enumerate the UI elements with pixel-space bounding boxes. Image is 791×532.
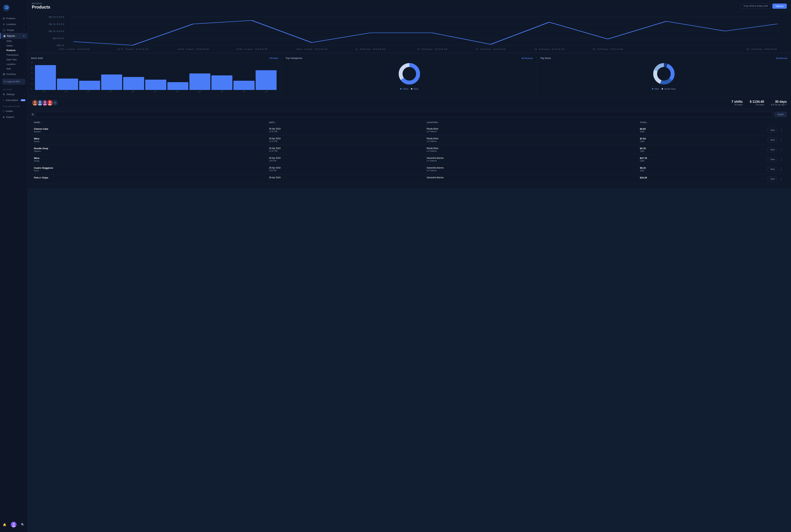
more-button[interactable]: ⋮ <box>779 176 784 182</box>
items-legend: Wine Noodle Soup <box>652 88 676 90</box>
cell-date: 30 Apr 2019 12:37 PM <box>267 126 424 135</box>
svg-text:1 May 2019: 1 May 2019 <box>355 48 385 50</box>
cell-actions: View ⋮ <box>766 174 787 184</box>
bar-x-labels: 26 Apr27 Apr28 Apr29 Apr30 Apr1 May2 May… <box>31 90 278 93</box>
summary-stats: 7 shifts 32 orders $ 1134.40 275 items 3… <box>732 100 787 106</box>
cell-total: $4.78 1089 <box>638 145 766 155</box>
table-toolbar: ⧉ Export <box>32 109 787 119</box>
col-location[interactable]: LOCATION ↕ <box>424 119 638 126</box>
cell-total: $9.15 1091 <box>638 165 766 174</box>
bar-item <box>167 82 188 90</box>
table-section: ⧉ Export NAME ↕ DATE ↕ LOCATION ↕ TOTAL … <box>27 109 791 188</box>
sidebar-item-transactions[interactable]: Transactions <box>6 53 27 57</box>
sidebar-products-label: Products <box>6 17 15 20</box>
col-total[interactable]: TOTAL ↕ <box>638 119 766 126</box>
sidebar-reports-label: Reports <box>7 35 15 37</box>
more-button[interactable]: ⋮ <box>779 147 784 152</box>
notification-icon[interactable]: 🔔 <box>3 523 6 526</box>
svg-point-42 <box>43 103 47 106</box>
svg-text:27 Apr 2019: 27 Apr 2019 <box>117 48 148 50</box>
svg-point-38 <box>39 101 41 103</box>
col-date[interactable]: DATE ↕ <box>267 119 424 126</box>
view-button[interactable]: View <box>768 167 777 172</box>
cell-location: Randy Botur La Trattoria <box>424 135 638 145</box>
search-input[interactable] <box>36 112 773 117</box>
sidebar-item-guides[interactable]: □ Guides <box>0 108 27 114</box>
top-items-title: Top Items By Revenue <box>540 57 788 59</box>
gear-icon: ⚙ <box>3 93 5 96</box>
bar-x-label: 26 Apr <box>35 90 52 93</box>
svg-text:28 Apr 2019: 28 Apr 2019 <box>177 48 209 50</box>
sidebar-item-settings[interactable]: ⚙ Settings › <box>0 91 27 97</box>
sidebar-item-products[interactable]: ⊞ Products › <box>0 15 27 21</box>
svg-text:$200: $200 <box>49 16 65 18</box>
sidebar-item-locations-sub[interactable]: Locations <box>6 62 27 66</box>
col-name[interactable]: NAME ↕ <box>32 119 267 126</box>
cell-actions: View ⋮ <box>766 155 787 165</box>
chevron-icon: › <box>24 17 24 19</box>
sidebar-item-open-tabs[interactable]: Open Tabs <box>6 57 27 62</box>
sidebar-item-shifts[interactable]: Shifts <box>6 39 27 43</box>
cell-name: Noodle Soup Starters <box>32 145 267 155</box>
sidebar-people-label: People <box>7 29 14 32</box>
svg-point-39 <box>38 103 42 106</box>
view-button[interactable]: View <box>768 147 777 152</box>
bar-x-label: 30 Apr <box>125 90 141 93</box>
table-body: Cheese Cake Dessert 30 Apr 2019 12:37 PM… <box>32 126 787 184</box>
bar-chart-icon: ▦ <box>3 35 5 37</box>
top-categories-card: Top Categories By Revenue Drinks <box>282 53 536 96</box>
svg-text:4 May 2019: 4 May 2019 <box>534 48 565 50</box>
sidebar-item-subscription[interactable]: ⌁ Subscription Beta <box>0 97 27 103</box>
more-button[interactable]: ⋮ <box>779 167 784 172</box>
legend-wine: Wine <box>652 88 659 90</box>
more-button[interactable]: ⋮ <box>779 137 784 142</box>
view-button[interactable]: View <box>768 157 777 162</box>
view-button[interactable]: View <box>768 128 777 133</box>
options-button[interactable]: Options <box>772 3 787 9</box>
user-icon: ◯ <box>3 29 5 32</box>
wine-dot <box>652 88 654 90</box>
bar-item <box>189 73 210 90</box>
beta-badge: Beta <box>21 99 26 101</box>
cell-date: 30 Apr 2019 12:37 PM <box>267 135 424 145</box>
bar-x-label: 1 May <box>147 90 163 93</box>
search-icon[interactable]: 🔍 <box>21 523 24 526</box>
sidebar-item-locations[interactable]: ⊙ Locations › <box>0 21 27 27</box>
login-pos-button[interactable]: ⟳ Log in to PoS <box>2 79 25 84</box>
cell-actions: View ⋮ <box>766 165 787 174</box>
svg-point-27 <box>403 68 416 80</box>
link-icon: ⌁ <box>3 99 4 101</box>
svg-text:$0: $0 <box>56 44 64 46</box>
cell-date: 30 Apr 2019 12:37 PM <box>267 145 424 155</box>
stats-row: Items Sold 275 Items 0 10 20 30 40 50 26… <box>27 53 791 96</box>
export-button[interactable]: Export <box>774 112 787 117</box>
sidebar-item-products-sub[interactable]: Products <box>6 48 27 53</box>
svg-point-33 <box>658 68 670 80</box>
sidebar-item-people[interactable]: ◯ People › <box>0 27 27 33</box>
table-row: Cuatro Staggione Pizza 28 Apr 2019 2:25 … <box>32 165 787 174</box>
cell-total: $16.20 <box>638 174 766 184</box>
svg-point-2 <box>13 523 15 525</box>
date-range-picker[interactable]: 6 Apr 2019 to 6 May 2019 <box>741 3 771 9</box>
more-button[interactable]: ⋮ <box>779 157 784 162</box>
staff-avatars: +1 <box>32 99 58 106</box>
sidebar-item-staff[interactable]: Staff <box>6 66 27 71</box>
view-button[interactable]: View <box>768 138 777 142</box>
user-avatar[interactable] <box>11 522 17 527</box>
sidebar-item-support[interactable]: ◈ Support <box>0 114 27 120</box>
svg-text:3 May 2019: 3 May 2019 <box>475 48 506 50</box>
more-button[interactable]: ⋮ <box>779 128 784 133</box>
sidebar-item-reports[interactable]: ▦ Reports ∨ <box>0 33 27 39</box>
cell-location: Randy Botur La Trattoria <box>424 126 638 135</box>
cell-name: Wine Drinks <box>32 155 267 165</box>
sidebar-item-orders[interactable]: Orders <box>6 43 27 48</box>
line-chart-container: $0 $50 $100 $150 $200 26 Apr 2019 27 Apr… <box>27 12 791 53</box>
cell-date: 28 Apr 2019 3:55 PM <box>267 155 424 165</box>
table-row: Cheese Cake Dessert 30 Apr 2019 12:37 PM… <box>32 126 787 135</box>
cell-name: Cheese Cake Dessert <box>32 126 267 135</box>
table-row: Wine Drinks 30 Apr 2019 12:37 PM Randy B… <box>32 135 787 145</box>
filter-icon[interactable]: ⧉ <box>32 113 34 116</box>
view-button[interactable]: View <box>768 177 777 181</box>
sidebar-item-inventory[interactable]: ▤ Inventory › <box>0 71 27 77</box>
bar-item <box>79 81 100 90</box>
